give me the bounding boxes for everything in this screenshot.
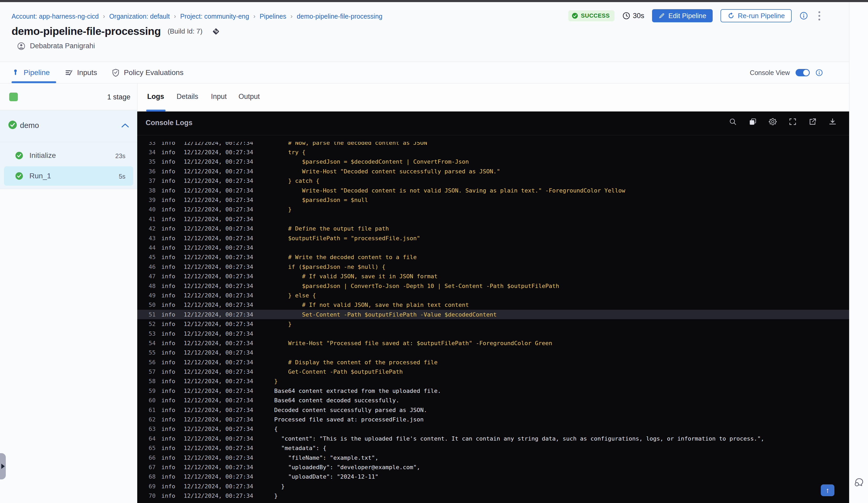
- triggered-by-row: Debabrata Panigrahi: [17, 42, 95, 50]
- log-line-number: 58: [137, 378, 156, 385]
- log-line-number: 33: [137, 142, 156, 146]
- log-row[interactable]: 37info12/12/2024, 00:27:34 } catch {: [137, 176, 849, 186]
- log-level: info: [162, 264, 175, 270]
- breadcrumb-organization[interactable]: Organization: default: [109, 13, 170, 20]
- log-level: info: [162, 435, 175, 442]
- log-level: info: [162, 197, 175, 203]
- log-line-number: 51: [137, 311, 156, 318]
- settings-gear-icon[interactable]: [768, 117, 777, 126]
- rerun-pipeline-button[interactable]: Re-run Pipeline: [721, 9, 792, 22]
- log-message: Write-Host "Decoded content is not valid…: [274, 187, 625, 194]
- log-row[interactable]: 46info12/12/2024, 00:27:34 if ($parsedJs…: [137, 262, 849, 271]
- log-body[interactable]: 33info12/12/2024, 00:27:34 # Now, parse …: [137, 142, 849, 503]
- log-row[interactable]: 70info12/12/2024, 00:27:34}: [137, 491, 849, 500]
- stage-section: demo Initialize 23s: [0, 110, 137, 189]
- breadcrumb-account[interactable]: Account: app-harness-ng-cicd: [12, 13, 99, 20]
- log-row[interactable]: 41info12/12/2024, 00:27:34: [137, 214, 849, 224]
- log-row[interactable]: 64info12/12/2024, 00:27:34 "content": "T…: [137, 434, 849, 443]
- rerun-pipeline-label: Re-run Pipeline: [738, 12, 785, 20]
- log-row[interactable]: 44info12/12/2024, 00:27:34: [137, 243, 849, 252]
- log-tab-logs[interactable]: Logs: [147, 93, 164, 101]
- step-run-1[interactable]: Run_1 5s: [4, 166, 133, 186]
- log-row[interactable]: 33info12/12/2024, 00:27:34 # Now, parse …: [137, 142, 849, 147]
- log-tab-output[interactable]: Output: [238, 93, 260, 101]
- log-row[interactable]: 40info12/12/2024, 00:27:34 }: [137, 205, 849, 214]
- log-row[interactable]: 66info12/12/2024, 00:27:34 "fileName": "…: [137, 453, 849, 462]
- log-row[interactable]: 50info12/12/2024, 00:27:34 # If not vali…: [137, 300, 849, 310]
- log-row[interactable]: 39info12/12/2024, 00:27:34 $parsedJson =…: [137, 195, 849, 205]
- log-line-number: 62: [137, 416, 156, 423]
- log-tab-input[interactable]: Input: [211, 93, 227, 101]
- log-row[interactable]: 59info12/12/2024, 00:27:34Base64 content…: [137, 386, 849, 396]
- clock-icon: [622, 12, 630, 20]
- log-row[interactable]: 62info12/12/2024, 00:27:34Processed file…: [137, 415, 849, 424]
- log-tab-details[interactable]: Details: [177, 93, 198, 101]
- console-view-info-icon[interactable]: [816, 69, 823, 76]
- log-message: $parsedJson | ConvertTo-Json -Depth 10 |…: [274, 283, 559, 289]
- copy-icon[interactable]: [748, 117, 757, 126]
- tab-policy-evaluations[interactable]: Policy Evaluations: [112, 69, 183, 77]
- log-row[interactable]: 63info12/12/2024, 00:27:34{: [137, 424, 849, 434]
- log-row[interactable]: 47info12/12/2024, 00:27:34 # If valid JS…: [137, 271, 849, 281]
- log-row[interactable]: 45info12/12/2024, 00:27:34 # Write the d…: [137, 253, 849, 262]
- log-level: info: [162, 473, 175, 480]
- log-row[interactable]: 52info12/12/2024, 00:27:34 }: [137, 319, 849, 328]
- step-initialize[interactable]: Initialize 23s: [4, 146, 133, 165]
- log-timestamp: 12/12/2024, 00:27:34: [184, 273, 253, 280]
- log-row[interactable]: 58info12/12/2024, 00:27:34}: [137, 377, 849, 386]
- log-level: info: [162, 349, 175, 356]
- more-options-menu[interactable]: [816, 10, 823, 21]
- page-title: demo-pipeline-file-processing: [12, 25, 161, 38]
- log-timestamp: 12/12/2024, 00:27:34: [184, 349, 253, 356]
- edit-pipeline-button[interactable]: Edit Pipeline: [652, 9, 713, 22]
- log-message: "uploadDate": "2024-12-11": [274, 473, 379, 480]
- console-view-toggle[interactable]: [796, 69, 810, 76]
- log-row[interactable]: 60info12/12/2024, 00:27:34Base64 content…: [137, 396, 849, 405]
- log-row[interactable]: 34info12/12/2024, 00:27:34 try {: [137, 147, 849, 157]
- log-timestamp: 12/12/2024, 00:27:34: [184, 426, 253, 432]
- info-icon[interactable]: [799, 12, 808, 20]
- log-timestamp: 12/12/2024, 00:27:34: [184, 483, 253, 490]
- chevron-up-icon[interactable]: [121, 123, 130, 128]
- breadcrumb-current-pipeline[interactable]: demo-pipeline-file-processing: [297, 13, 383, 20]
- log-level: info: [162, 454, 175, 461]
- tab-pipeline[interactable]: Pipeline: [12, 69, 50, 77]
- log-row[interactable]: 61info12/12/2024, 00:27:34Decoded conten…: [137, 405, 849, 415]
- log-message: # If not valid JSON, save the plain text…: [274, 302, 469, 308]
- log-row[interactable]: 69info12/12/2024, 00:27:34 }: [137, 482, 849, 491]
- log-row[interactable]: 36info12/12/2024, 00:27:34 Write-Host "D…: [137, 167, 849, 176]
- shield-check-icon: [112, 69, 120, 77]
- log-row[interactable]: 43info12/12/2024, 00:27:34 $outputFilePa…: [137, 233, 849, 243]
- fullscreen-icon[interactable]: [788, 117, 797, 126]
- log-row[interactable]: 57info12/12/2024, 00:27:34 Get-Content -…: [137, 367, 849, 376]
- open-in-new-icon[interactable]: [808, 117, 817, 126]
- log-row[interactable]: 65info12/12/2024, 00:27:34 "metadata": {: [137, 443, 849, 453]
- log-row[interactable]: 54info12/12/2024, 00:27:34 Write-Host "P…: [137, 338, 849, 348]
- log-row[interactable]: 51info12/12/2024, 00:27:34 Set-Content -…: [137, 310, 849, 319]
- log-timestamp: 12/12/2024, 00:27:34: [184, 407, 253, 413]
- log-row[interactable]: 56info12/12/2024, 00:27:34 # Display the…: [137, 357, 849, 367]
- expand-left-panel-button[interactable]: [0, 453, 6, 479]
- help-chat-icon[interactable]: [853, 477, 865, 488]
- log-row[interactable]: 67info12/12/2024, 00:27:34 "uploadedBy":…: [137, 462, 849, 472]
- log-level: info: [162, 331, 175, 337]
- log-row[interactable]: 68info12/12/2024, 00:27:34 "uploadDate":…: [137, 472, 849, 482]
- stage-demo[interactable]: demo: [0, 110, 137, 142]
- log-row[interactable]: 42info12/12/2024, 00:27:34 # Define the …: [137, 224, 849, 233]
- breadcrumb-pipelines[interactable]: Pipelines: [259, 13, 286, 20]
- log-row[interactable]: 53info12/12/2024, 00:27:34: [137, 329, 849, 338]
- download-icon[interactable]: [828, 117, 837, 126]
- log-row[interactable]: 49info12/12/2024, 00:27:34 } else {: [137, 291, 849, 300]
- log-row[interactable]: 55info12/12/2024, 00:27:34: [137, 348, 849, 357]
- log-message: }: [274, 321, 291, 327]
- pipeline-tabbar: Pipeline Inputs Policy: [0, 62, 849, 83]
- log-row[interactable]: 48info12/12/2024, 00:27:34 $parsedJson |…: [137, 281, 849, 291]
- tab-inputs[interactable]: Inputs: [64, 69, 97, 77]
- log-row[interactable]: 38info12/12/2024, 00:27:34 Write-Host "D…: [137, 186, 849, 195]
- log-line-number: 67: [137, 464, 156, 471]
- log-row[interactable]: 35info12/12/2024, 00:27:34 $parsedJson =…: [137, 157, 849, 167]
- search-icon[interactable]: [728, 117, 737, 126]
- breadcrumb-project[interactable]: Project: community-eng: [180, 13, 249, 20]
- log-line-number: 63: [137, 426, 156, 432]
- scroll-to-top-button[interactable]: ↑: [821, 484, 834, 496]
